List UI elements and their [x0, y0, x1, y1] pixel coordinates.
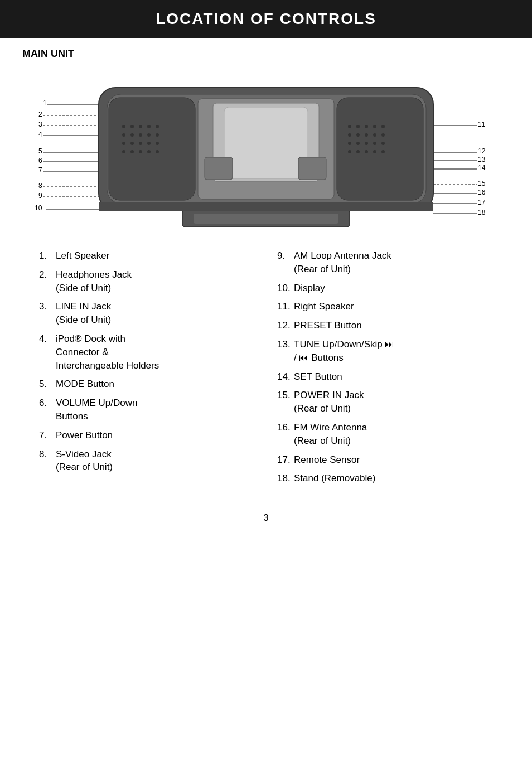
svg-text:1: 1: [43, 99, 47, 107]
svg-point-52: [147, 142, 151, 145]
svg-point-73: [373, 142, 376, 145]
svg-rect-84: [298, 157, 326, 180]
svg-point-53: [156, 142, 159, 145]
item-label: FM Wire Antenna(Rear of Unit): [294, 421, 493, 448]
list-item: 7. Power Button: [39, 429, 255, 442]
svg-rect-87: [99, 202, 433, 211]
list-item: 2. Headphones Jack(Side of Unit): [39, 268, 255, 295]
svg-point-57: [147, 150, 151, 153]
svg-text:14: 14: [478, 164, 486, 172]
item-label: AM Loop Antenna Jack(Rear of Unit): [294, 249, 493, 276]
list-item: 6. VOLUME Up/DownButtons: [39, 396, 255, 423]
svg-point-70: [348, 142, 351, 145]
item-number: 14.: [277, 370, 294, 384]
svg-text:4: 4: [38, 130, 42, 138]
svg-text:10: 10: [35, 204, 42, 212]
list-item: 4. iPod® Dock withConnector &Interchange…: [39, 332, 255, 372]
svg-point-58: [156, 150, 159, 153]
item-label: Stand (Removable): [294, 472, 493, 485]
svg-point-79: [381, 150, 385, 153]
item-number: 15.: [277, 389, 294, 402]
item-number: 7.: [39, 429, 56, 442]
list-item: 11. Right Speaker: [277, 300, 493, 313]
svg-point-77: [365, 150, 368, 153]
svg-point-51: [139, 142, 142, 145]
item-number: 17.: [277, 453, 294, 467]
list-item: 18. Stand (Removable): [277, 472, 493, 485]
item-label: MODE Button: [56, 377, 255, 391]
svg-point-46: [139, 133, 142, 137]
item-label: Remote Sensor: [294, 453, 493, 467]
svg-point-55: [130, 150, 134, 153]
list-item: 8. S-Video Jack(Rear of Unit): [39, 448, 255, 475]
svg-point-42: [147, 125, 151, 128]
svg-point-72: [365, 142, 368, 145]
svg-point-62: [365, 125, 368, 128]
svg-point-75: [348, 150, 351, 153]
svg-point-66: [356, 133, 360, 137]
svg-point-45: [130, 133, 134, 137]
svg-rect-38: [109, 98, 195, 200]
svg-text:17: 17: [478, 199, 486, 206]
svg-point-71: [356, 142, 360, 145]
svg-point-69: [381, 133, 385, 137]
item-number: 10.: [277, 282, 294, 295]
list-item: 14. SET Button: [277, 370, 493, 384]
list-item: 9. AM Loop Antenna Jack(Rear of Unit): [277, 249, 493, 276]
item-label: POWER IN Jack(Rear of Unit): [294, 389, 493, 415]
svg-point-41: [139, 125, 142, 128]
svg-text:9: 9: [38, 192, 42, 200]
item-label: SET Button: [294, 370, 493, 384]
page-header: LOCATION OF CONTROLS: [0, 0, 532, 38]
list-item: 3. LINE IN Jack(Side of Unit): [39, 300, 255, 327]
svg-point-39: [122, 125, 125, 128]
svg-rect-83: [205, 157, 233, 180]
list-item: 15. POWER IN Jack(Rear of Unit): [277, 389, 493, 415]
svg-point-65: [348, 133, 351, 137]
svg-rect-59: [337, 98, 423, 200]
list-item: 17. Remote Sensor: [277, 453, 493, 467]
item-label: TUNE Up/Down/Skip ⏭/ ⏮ Buttons: [294, 338, 493, 365]
svg-point-60: [348, 125, 351, 128]
page-number: 3: [0, 507, 532, 529]
list-item: 1. Left Speaker: [39, 249, 255, 263]
item-label: S-Video Jack(Rear of Unit): [56, 448, 255, 475]
svg-text:13: 13: [478, 156, 486, 163]
item-number: 13.: [277, 338, 294, 351]
svg-point-76: [356, 150, 360, 153]
item-label: PRESET Button: [294, 319, 493, 332]
page-title: LOCATION OF CONTROLS: [11, 10, 521, 28]
svg-point-56: [139, 150, 142, 153]
section-title: MAIN UNIT: [0, 48, 532, 60]
svg-rect-82: [224, 107, 308, 178]
svg-text:16: 16: [478, 188, 486, 196]
svg-point-74: [381, 142, 385, 145]
item-number: 5.: [39, 377, 56, 391]
svg-text:11: 11: [478, 120, 486, 128]
svg-text:18: 18: [478, 209, 486, 216]
item-label: Left Speaker: [56, 249, 255, 263]
svg-point-63: [373, 125, 376, 128]
items-section: 1. Left Speaker2. Headphones Jack(Side o…: [0, 244, 532, 507]
item-label: Power Button: [56, 429, 255, 442]
item-number: 3.: [39, 300, 56, 313]
item-label: VOLUME Up/DownButtons: [56, 396, 255, 423]
svg-text:12: 12: [478, 147, 486, 155]
list-item: 13. TUNE Up/Down/Skip ⏭/ ⏮ Buttons: [277, 338, 493, 365]
svg-text:8: 8: [38, 182, 42, 190]
list-item: 5. MODE Button: [39, 377, 255, 391]
svg-point-61: [356, 125, 360, 128]
svg-point-78: [373, 150, 376, 153]
svg-point-47: [147, 133, 151, 137]
svg-point-67: [365, 133, 368, 137]
item-label: iPod® Dock withConnector &Interchangeabl…: [56, 332, 255, 372]
item-number: 11.: [277, 300, 294, 313]
svg-point-44: [122, 133, 125, 137]
items-right-col: 9. AM Loop Antenna Jack(Rear of Unit)10.…: [266, 249, 504, 491]
item-label: Headphones Jack(Side of Unit): [56, 268, 255, 295]
item-label: Right Speaker: [294, 300, 493, 313]
svg-text:7: 7: [38, 166, 42, 174]
svg-point-43: [156, 125, 159, 128]
svg-point-68: [373, 133, 376, 137]
item-number: 18.: [277, 472, 294, 485]
